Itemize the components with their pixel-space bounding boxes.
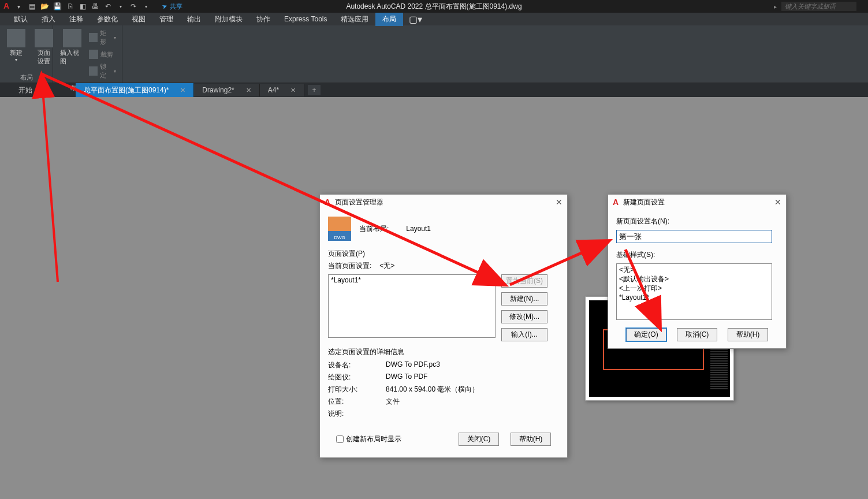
drawtab-drawing2[interactable]: Drawing2*✕ [194,84,259,96]
where-value: 文件 [386,397,400,407]
tab-addins[interactable]: 附加模块 [208,13,249,26]
help-button[interactable]: 帮助(H) [728,328,768,341]
clip-label: 裁剪 [100,50,113,59]
dialog-titlebar[interactable]: A 页面设置管理器 ✕ [320,195,567,210]
close-icon[interactable]: ✕ [180,87,185,94]
checkbox-label: 创建新布局时显示 [346,434,401,444]
insert-view-icon [63,29,81,47]
base-label: 基础样式(S): [616,250,778,260]
current-layout-label: 当前布局: [359,224,389,234]
start-label: 开始 [18,85,32,95]
tab-featured[interactable]: 精选应用 [334,13,375,26]
dialog-titlebar[interactable]: A 新建页面设置 ✕ [608,195,786,210]
checkbox-input[interactable] [336,435,344,443]
drawtab-d2-label: Drawing2* [202,86,234,94]
insert-view-button[interactable]: 插入视图 [57,28,87,81]
ok-button[interactable]: 确定(O) [626,328,666,341]
share-button[interactable]: ➤ 共享 [162,2,182,11]
rect-icon [89,33,98,42]
list-item[interactable]: <无> [619,265,769,274]
tab-default[interactable]: 默认 [7,13,35,26]
details-title: 选定页面设置的详细信息 [328,347,559,357]
base-style-listbox[interactable]: <无> <默认输出设备> <上一次打印> *Layout1* [616,263,772,320]
close-icon[interactable]: ✕ [556,198,562,207]
drawtab-start[interactable]: 开始 [10,83,41,98]
tab-collaborate[interactable]: 协作 [249,13,277,26]
new-layout-button[interactable]: 新建 ▾ [3,28,29,64]
page-setup-name-input[interactable] [616,230,772,243]
size-label: 打印大小: [328,385,386,394]
plot-icon[interactable]: 🖶 [91,2,100,11]
new-page-setup-dialog: A 新建页面设置 ✕ 新页面设置名(N): 基础样式(S): <无> <默认输出… [608,194,787,349]
drawtab-main[interactable]: 总平面布置图(施工图0914)*✕ [76,83,194,98]
new-layout-icon [7,29,25,47]
page-setup-label: 页面 设置 [38,49,50,66]
new-button[interactable]: 新建(N)... [501,292,547,306]
create-on-new-layout-checkbox[interactable]: 创建新布局时显示 [336,434,401,444]
list-item[interactable]: *Layout1* [331,276,493,284]
page-setup-listbox[interactable]: *Layout1* [328,274,496,338]
list-item[interactable]: *Layout1* [619,293,769,302]
ribbon: 新建 ▾ 页面 设置 布局 插入视图 矩形▾ 裁剪 锁定▾ [0,25,868,83]
open-icon[interactable]: 📂 [40,2,49,11]
close-icon[interactable]: ✕ [246,87,251,94]
qat-dropdown-icon[interactable]: ▾ [17,3,20,10]
viewport-rect-button[interactable]: 矩形▾ [87,28,118,47]
quick-access-toolbar: ▤ 📂 💾 ⎘ ◧ 🖶 ↶ ▾ ↷ ▾ [27,2,151,11]
plotter-label: 绘图仪: [328,373,386,382]
tab-insert[interactable]: 插入 [35,13,62,26]
modify-button[interactable]: 修改(M)... [501,310,547,323]
new-icon[interactable]: ▤ [27,2,36,11]
close-icon[interactable]: ✕ [290,87,296,94]
dialog-title: 新建页面设置 [623,198,665,207]
viewport-clip-button[interactable]: 裁剪 [87,49,118,60]
autocad-logo-icon: A [325,198,330,207]
tab-manage[interactable]: 管理 [152,13,180,26]
redo-drop-icon[interactable]: ▾ [141,2,151,11]
tab-parametric[interactable]: 参数化 [90,13,125,26]
window-title: Autodesk AutoCAD 2022 总平面布置图(施工图0914).dw… [346,2,521,12]
tab-layout[interactable]: 布局 [375,13,403,26]
tab-annotate[interactable]: 注释 [62,13,90,26]
page-setup-icon [35,29,53,47]
desc-label: 说明: [328,409,386,419]
current-setup-value: <无> [379,261,394,271]
new-layout-label: 新建 [10,49,23,57]
clip-icon [89,50,98,59]
redo-icon[interactable]: ↷ [129,2,138,11]
tab-expresstools[interactable]: Express Tools [277,13,334,25]
ribbon-panel-layout: 新建 ▾ 页面 设置 布局 [0,25,53,83]
lock-icon [89,66,98,76]
page-setup-manager-dialog: A 页面设置管理器 ✕ DWG 当前布局: Layout1 页面设置(P) 当前… [319,194,568,458]
search-input[interactable] [781,2,856,11]
tab-overflow-icon[interactable]: ▢▾ [403,12,428,27]
openweb-icon[interactable]: ◧ [78,2,87,11]
close-button[interactable]: 关闭(C) [459,433,499,446]
set-current-button[interactable]: 置为当前(S) [501,274,547,288]
page-setup-group-label: 页面设置(P) [328,249,559,259]
share-icon: ➤ [161,2,169,10]
viewport-lock-button[interactable]: 锁定▾ [87,61,118,81]
rect-label: 矩形 [100,29,111,46]
undo-drop-icon[interactable]: ▾ [116,2,125,11]
tab-view[interactable]: 视图 [125,13,152,26]
help-button[interactable]: 帮助(H) [511,433,551,446]
drawtab-a4[interactable]: A4*✕ [260,84,304,96]
dialog-title: 页面设置管理器 [335,198,383,207]
cancel-button[interactable]: 取消(C) [677,328,717,341]
device-value: DWG To PDF.pc3 [386,360,440,370]
plotter-value: DWG To PDF [386,373,427,382]
tab-output[interactable]: 输出 [180,13,208,26]
add-tab-button[interactable]: + [308,85,321,95]
autocad-logo: A [3,1,14,12]
current-layout-value: Layout1 [406,225,431,233]
list-item[interactable]: <上一次打印> [619,284,769,293]
save-icon[interactable]: 💾 [53,2,62,11]
list-item[interactable]: <默认输出设备> [619,274,769,284]
import-button[interactable]: 输入(I)... [501,328,547,341]
close-icon[interactable]: ✕ [774,198,781,207]
ribbon-panel-viewport: 插入视图 矩形▾ 裁剪 锁定▾ 布局视口↘ [53,25,122,83]
undo-icon[interactable]: ↶ [103,2,113,11]
insert-view-label: 插入视图 [60,49,84,66]
saveas-icon[interactable]: ⎘ [65,2,74,11]
